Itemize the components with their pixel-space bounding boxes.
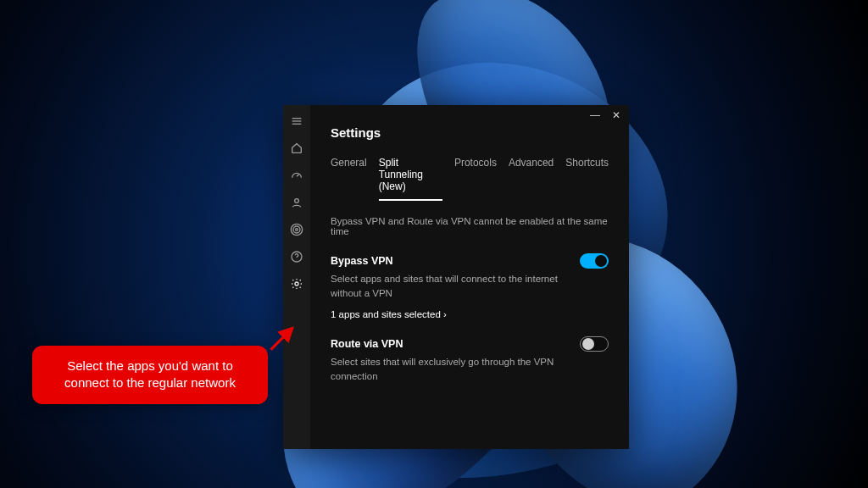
svg-point-4 — [295, 199, 299, 203]
tab-split-tunneling[interactable]: Split Tunneling (New) — [379, 157, 442, 201]
bypass-vpn-description: Select apps and sites that will connect … — [331, 272, 568, 300]
bypass-vpn-header: Bypass VPN — [331, 253, 609, 269]
svg-line-3 — [297, 175, 299, 177]
mutual-exclusion-notice: Bypass VPN and Route via VPN cannot be e… — [331, 216, 609, 236]
desktop-wallpaper: — ✕ Settings General Split Tunneling (Ne… — [0, 0, 868, 488]
settings-icon[interactable] — [289, 276, 304, 291]
hamburger-menu-icon[interactable] — [289, 114, 304, 129]
route-via-vpn-title: Route via VPN — [331, 338, 403, 350]
route-via-vpn-header: Route via VPN — [331, 336, 609, 352]
minimize-button[interactable]: — — [590, 110, 600, 120]
help-icon[interactable] — [289, 249, 304, 264]
content-pane: — ✕ Settings General Split Tunneling (Ne… — [310, 105, 629, 449]
tab-general[interactable]: General — [331, 157, 367, 201]
bypass-vpn-selection-link[interactable]: 1 apps and sites selected › — [331, 309, 447, 319]
route-via-vpn-description: Select sites that will exclusively go th… — [331, 355, 568, 383]
svg-point-10 — [295, 282, 298, 286]
speedometer-icon[interactable] — [289, 168, 304, 183]
feed-icon[interactable] — [289, 222, 304, 237]
account-icon[interactable] — [289, 195, 304, 210]
svg-point-6 — [293, 226, 300, 233]
tab-protocols[interactable]: Protocols — [454, 157, 497, 201]
titlebar-controls: — ✕ — [590, 110, 620, 120]
svg-point-5 — [296, 229, 298, 231]
bypass-vpn-toggle[interactable] — [580, 253, 609, 269]
tabs-row: General Split Tunneling (New) Protocols … — [331, 157, 609, 201]
app-window: — ✕ Settings General Split Tunneling (Ne… — [283, 105, 629, 449]
sidebar — [283, 105, 310, 449]
route-via-vpn-toggle[interactable] — [580, 336, 609, 352]
bypass-vpn-title: Bypass VPN — [331, 255, 393, 267]
page-title: Settings — [331, 125, 609, 140]
annotation-callout: Select the apps you'd want to connect to… — [32, 346, 268, 404]
tab-advanced[interactable]: Advanced — [509, 157, 554, 201]
close-button[interactable]: ✕ — [612, 110, 620, 120]
tab-shortcuts[interactable]: Shortcuts — [565, 157, 609, 201]
home-icon[interactable] — [289, 141, 304, 156]
